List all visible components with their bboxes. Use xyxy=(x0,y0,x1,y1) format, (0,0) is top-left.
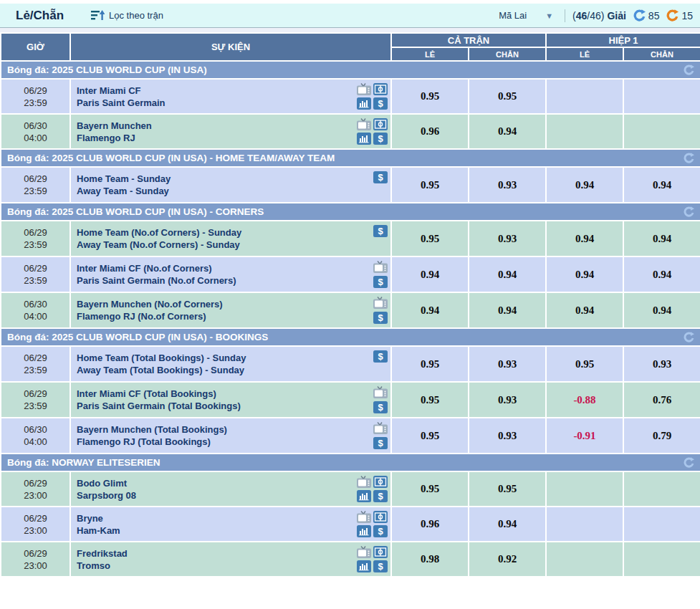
tv-icon[interactable] xyxy=(357,83,371,95)
odds-full-even[interactable]: 0.94 xyxy=(469,114,546,149)
odds-half-odd[interactable]: 0.94 xyxy=(546,256,623,292)
odds-full-even[interactable]: 0.94 xyxy=(469,507,546,542)
dollar-icon[interactable]: $ xyxy=(373,401,388,413)
tv-icon[interactable] xyxy=(373,297,388,309)
odds-full-odd[interactable]: 0.98 xyxy=(391,542,469,577)
odds-half-even xyxy=(623,79,700,114)
pitch-icon[interactable] xyxy=(373,511,388,523)
bar-chart-icon[interactable] xyxy=(357,133,371,145)
odds-full-odd[interactable]: 0.95 xyxy=(391,471,469,507)
odds-full-odd[interactable]: 0.94 xyxy=(391,292,469,328)
odds-half-odd[interactable]: 0.94 xyxy=(546,292,623,328)
odds-full-odd[interactable]: 0.96 xyxy=(391,507,469,542)
league-section-header: Bóng đá: NORWAY ELITESERIEN xyxy=(1,454,700,471)
bar-chart-icon[interactable] xyxy=(357,490,371,502)
tv-icon[interactable] xyxy=(373,422,388,434)
refresh-secondary-button[interactable]: 15 xyxy=(666,9,693,21)
svg-text:$: $ xyxy=(378,402,383,413)
dollar-icon[interactable]: $ xyxy=(373,560,388,572)
odds-half-odd[interactable]: 0.94 xyxy=(546,221,623,256)
odds-half-odd[interactable]: 0.95 xyxy=(546,346,623,382)
odds-half-even[interactable]: 0.76 xyxy=(623,382,700,418)
odds-full-odd[interactable]: 0.94 xyxy=(391,256,469,292)
odds-full-even[interactable]: 0.93 xyxy=(469,418,546,454)
tv-icon[interactable] xyxy=(357,476,371,488)
dollar-icon[interactable]: $ xyxy=(373,490,388,502)
odds-full-odd[interactable]: 0.95 xyxy=(391,221,469,256)
odds-half-odd[interactable]: -0.88 xyxy=(546,382,623,418)
bar-chart-icon[interactable] xyxy=(357,97,371,110)
odds-half-even[interactable]: 0.93 xyxy=(623,346,700,382)
odds-full-odd[interactable]: 0.95 xyxy=(391,418,469,454)
match-datetime: 06/3004:00 xyxy=(1,114,70,149)
odds-half-even[interactable]: 0.94 xyxy=(623,221,700,256)
dollar-icon[interactable]: $ xyxy=(373,276,388,288)
pitch-icon[interactable] xyxy=(373,476,388,488)
svg-text:$: $ xyxy=(378,133,383,144)
filter-by-match-button[interactable]: Lọc theo trận xyxy=(91,10,163,21)
refresh-primary-button[interactable]: 85 xyxy=(633,9,660,21)
odds-half-even[interactable]: 0.94 xyxy=(623,256,700,292)
odds-full-odd[interactable]: 0.95 xyxy=(391,382,469,418)
tv-icon[interactable] xyxy=(373,261,388,273)
odds-full-even[interactable]: 0.93 xyxy=(469,346,546,382)
dollar-icon[interactable]: $ xyxy=(373,225,388,237)
event-cell: Inter Miami CF (No.of Corners)Paris Sain… xyxy=(70,256,391,292)
odds-full-odd[interactable]: 0.96 xyxy=(391,114,469,149)
odds-half-odd[interactable]: -0.91 xyxy=(546,418,623,454)
section-refresh-button[interactable] xyxy=(684,206,694,217)
section-refresh-button[interactable] xyxy=(684,332,694,342)
tv-icon[interactable] xyxy=(357,511,371,523)
pitch-icon[interactable] xyxy=(373,118,388,130)
event-cell: Bayern Munchen (Total Bookings)Flamengo … xyxy=(70,418,391,454)
language-dropdown[interactable]: Mã Lai ▼ xyxy=(494,9,557,22)
event-icons: $ xyxy=(373,225,388,252)
svg-text:$: $ xyxy=(378,172,383,183)
section-refresh-button[interactable] xyxy=(684,64,694,75)
header-full-match: CẢ TRẬN xyxy=(391,33,546,47)
odds-half-even[interactable]: 0.79 xyxy=(623,418,700,454)
odds-half-even[interactable]: 0.94 xyxy=(623,167,700,203)
refresh-icon xyxy=(633,9,646,21)
odds-full-even[interactable]: 0.95 xyxy=(469,471,546,507)
odds-full-odd[interactable]: 0.95 xyxy=(391,79,469,114)
odds-half-odd[interactable]: 0.94 xyxy=(546,167,623,203)
odds-full-even[interactable]: 0.93 xyxy=(469,382,546,418)
match-datetime: 06/2923:59 xyxy=(1,79,70,114)
odds-full-even[interactable]: 0.93 xyxy=(469,167,546,203)
dollar-icon[interactable]: $ xyxy=(373,171,388,183)
tv-icon[interactable] xyxy=(357,118,371,130)
match-time: 23:59 xyxy=(1,364,69,376)
header-first-half: HIỆP 1 xyxy=(546,33,700,47)
odds-full-even[interactable]: 0.93 xyxy=(469,221,546,256)
odds-full-even[interactable]: 0.94 xyxy=(469,292,546,328)
section-refresh-button[interactable] xyxy=(684,153,694,163)
away-selection: Paris Saint Germain xyxy=(77,97,353,109)
dollar-icon[interactable]: $ xyxy=(373,133,388,145)
dollar-icon[interactable]: $ xyxy=(373,312,388,324)
refresh-icon xyxy=(666,9,679,21)
tv-icon[interactable] xyxy=(357,546,371,558)
odds-full-even[interactable]: 0.95 xyxy=(469,79,546,114)
league-section-header: Bóng đá: 2025 CLUB WORLD CUP (IN USA) - … xyxy=(1,203,700,221)
section-refresh-button[interactable] xyxy=(684,457,694,468)
odds-full-odd[interactable]: 0.95 xyxy=(391,346,469,382)
dollar-icon[interactable]: $ xyxy=(373,525,388,537)
dollar-icon[interactable]: $ xyxy=(373,350,388,363)
dollar-icon[interactable]: $ xyxy=(373,437,388,449)
match-time: 23:00 xyxy=(1,489,69,502)
odds-full-even[interactable]: 0.94 xyxy=(469,256,546,292)
header-full-odd: LẺ xyxy=(391,47,469,61)
dollar-icon[interactable]: $ xyxy=(373,97,388,110)
odds-full-even[interactable]: 0.92 xyxy=(469,542,546,577)
event-icons: $ xyxy=(373,261,388,288)
odds-full-odd[interactable]: 0.95 xyxy=(391,167,469,203)
pitch-icon[interactable] xyxy=(373,546,388,558)
match-date: 06/29 xyxy=(1,226,69,239)
odds-half-even[interactable]: 0.94 xyxy=(623,292,700,328)
bar-chart-icon[interactable] xyxy=(357,525,371,537)
bar-chart-icon[interactable] xyxy=(357,560,371,572)
pitch-icon[interactable] xyxy=(373,83,388,95)
tv-icon[interactable] xyxy=(373,386,388,398)
away-selection: Away Team (No.of Corners) - Sunday xyxy=(77,239,370,251)
